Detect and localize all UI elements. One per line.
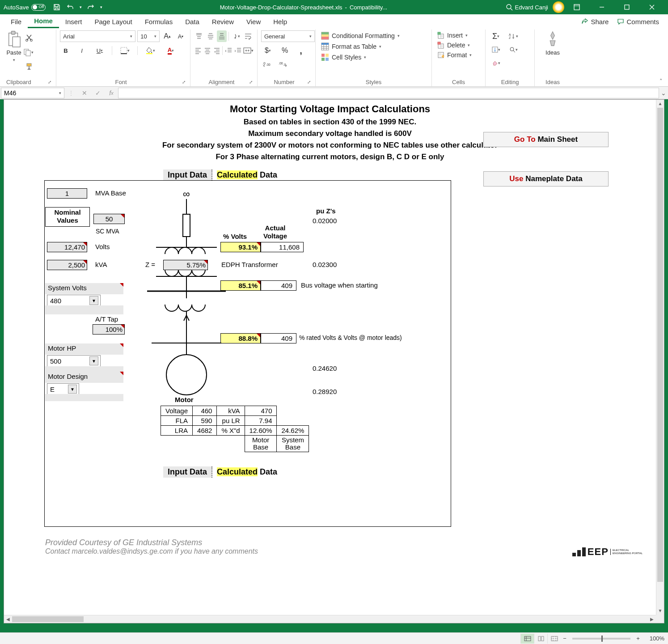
view-page-break-icon[interactable]: [547, 634, 561, 644]
zoom-slider[interactable]: [572, 638, 630, 640]
tab-page-layout[interactable]: Page Layout: [88, 16, 138, 28]
tab-home[interactable]: Home: [28, 15, 59, 28]
horizontal-scrollbar[interactable]: ◀ ▶: [4, 615, 656, 623]
tab-view[interactable]: View: [240, 16, 267, 28]
undo-dropdown-icon[interactable]: ▾: [78, 1, 83, 13]
format-painter-icon[interactable]: [23, 61, 35, 72]
zoom-in-icon[interactable]: +: [634, 635, 642, 642]
accounting-format-icon[interactable]: $ ▾: [261, 45, 275, 56]
use-nameplate-button[interactable]: Use Nameplate Data: [483, 171, 609, 186]
ribbon-display-icon[interactable]: [564, 0, 589, 14]
cell-mva-base[interactable]: 1: [47, 188, 87, 199]
name-box[interactable]: M46▾: [1, 88, 64, 98]
conditional-formatting-button[interactable]: Conditional Formatting ▾: [319, 30, 428, 41]
increase-font-icon[interactable]: A▴: [161, 30, 173, 42]
number-format-select[interactable]: General▾: [261, 30, 315, 42]
font-color-icon[interactable]: A▾: [163, 45, 179, 56]
increase-decimal-icon[interactable]: .0.00: [261, 58, 273, 70]
collapse-ribbon-icon[interactable]: ˄: [656, 30, 665, 86]
save-icon[interactable]: [51, 1, 63, 13]
align-left-icon[interactable]: [194, 45, 202, 56]
tab-formulas[interactable]: Formulas: [139, 16, 179, 28]
undo-icon[interactable]: [64, 1, 76, 13]
zoom-out-icon[interactable]: −: [561, 635, 569, 642]
scroll-left-icon[interactable]: ◀: [4, 615, 12, 623]
sort-filter-icon[interactable]: AZ▾: [506, 30, 520, 42]
redo-icon[interactable]: [85, 1, 97, 13]
clipboard-launcher-icon[interactable]: ⤢: [48, 80, 52, 85]
orientation-icon[interactable]: ⤸▾: [231, 30, 242, 42]
cell-at-tap[interactable]: 100%: [93, 324, 125, 335]
wrap-text-icon[interactable]: [244, 30, 254, 42]
decrease-font-icon[interactable]: A▾: [175, 30, 186, 42]
insert-function-icon[interactable]: fx: [105, 89, 118, 97]
dropdown-motor-hp[interactable]: 500▼: [47, 355, 101, 367]
align-top-icon[interactable]: [194, 30, 204, 42]
font-name-select[interactable]: Arial▾: [60, 30, 135, 42]
align-center-icon[interactable]: [203, 45, 211, 56]
user-name[interactable]: Edvard Canji: [515, 4, 548, 11]
cut-icon[interactable]: [23, 32, 35, 44]
expand-formula-bar-icon[interactable]: ⌄: [659, 89, 668, 97]
align-middle-icon[interactable]: [206, 30, 216, 42]
border-icon[interactable]: ▾: [117, 45, 133, 56]
scroll-thumb[interactable]: [657, 108, 663, 582]
cell-styles-button[interactable]: Cell Styles ▾: [319, 52, 428, 63]
find-select-icon[interactable]: ▾: [506, 44, 520, 55]
fill-color-icon[interactable]: ▾: [142, 45, 158, 56]
minimize-icon[interactable]: [589, 0, 614, 14]
view-normal-icon[interactable]: [520, 634, 534, 644]
format-cells-button[interactable]: Format ▾: [435, 50, 482, 60]
delete-cells-button[interactable]: Delete ▾: [435, 40, 482, 50]
avatar[interactable]: [553, 1, 564, 13]
increase-indent-icon[interactable]: [234, 45, 241, 56]
zoom-level[interactable]: 100%: [642, 635, 664, 642]
scroll-thumb-h[interactable]: [12, 616, 84, 622]
insert-cells-button[interactable]: Insert ▾: [435, 30, 482, 40]
tab-help[interactable]: Help: [267, 16, 293, 28]
vertical-scrollbar[interactable]: ▲ ▼: [656, 100, 664, 615]
tab-data[interactable]: Data: [179, 16, 206, 28]
comma-format-icon[interactable]: ,: [295, 45, 307, 56]
dropdown-system-volts[interactable]: 480▼: [47, 295, 101, 306]
alignment-launcher-icon[interactable]: ⤢: [249, 80, 254, 85]
cell-scmva[interactable]: 50: [93, 214, 125, 224]
decrease-indent-icon[interactable]: [224, 45, 232, 56]
enter-formula-icon[interactable]: ✓: [91, 89, 105, 97]
share-button[interactable]: Share: [577, 16, 613, 27]
tab-insert[interactable]: Insert: [59, 16, 89, 28]
format-as-table-button[interactable]: Format as Table ▾: [319, 41, 428, 52]
view-page-layout-icon[interactable]: [534, 634, 547, 644]
scroll-down-icon[interactable]: ▼: [656, 607, 664, 615]
bold-icon[interactable]: B: [60, 45, 72, 56]
number-launcher-icon[interactable]: ⤢: [307, 80, 312, 85]
cancel-formula-icon[interactable]: ✕: [78, 89, 91, 97]
scroll-right-icon[interactable]: ▶: [648, 615, 656, 623]
align-right-icon[interactable]: [213, 45, 220, 56]
maximize-icon[interactable]: [614, 0, 639, 14]
merge-center-icon[interactable]: ▾: [243, 45, 254, 56]
font-size-select[interactable]: 10▾: [137, 30, 160, 42]
autosave-toggle[interactable]: AutoSave Off: [4, 4, 46, 11]
cell-kva[interactable]: 2,500: [47, 260, 87, 270]
tab-review[interactable]: Review: [206, 16, 240, 28]
close-icon[interactable]: [639, 0, 664, 14]
align-bottom-icon[interactable]: [217, 30, 227, 42]
autosum-icon[interactable]: Σ ▾: [489, 30, 503, 42]
search-icon[interactable]: [503, 1, 515, 13]
fill-icon[interactable]: ▾: [489, 44, 503, 55]
decrease-decimal-icon[interactable]: .00.0: [277, 58, 289, 70]
underline-icon[interactable]: U ▾: [92, 45, 107, 56]
cell-volts[interactable]: 12,470: [47, 242, 87, 252]
redo-dropdown-icon[interactable]: ▾: [98, 1, 104, 13]
worksheet[interactable]: Motor Starting Voltage Impact Calculatio…: [4, 100, 656, 615]
font-launcher-icon[interactable]: ⤢: [182, 80, 186, 85]
italic-icon[interactable]: I: [76, 45, 88, 56]
paste-button[interactable]: Paste▾: [6, 30, 21, 78]
dropdown-motor-design[interactable]: E▼: [47, 383, 79, 395]
comments-button[interactable]: Comments: [613, 16, 664, 27]
copy-icon[interactable]: ▾: [23, 47, 39, 58]
clear-icon[interactable]: ▾: [489, 57, 503, 69]
percent-format-icon[interactable]: %: [279, 45, 291, 56]
scroll-up-icon[interactable]: ▲: [656, 100, 664, 108]
